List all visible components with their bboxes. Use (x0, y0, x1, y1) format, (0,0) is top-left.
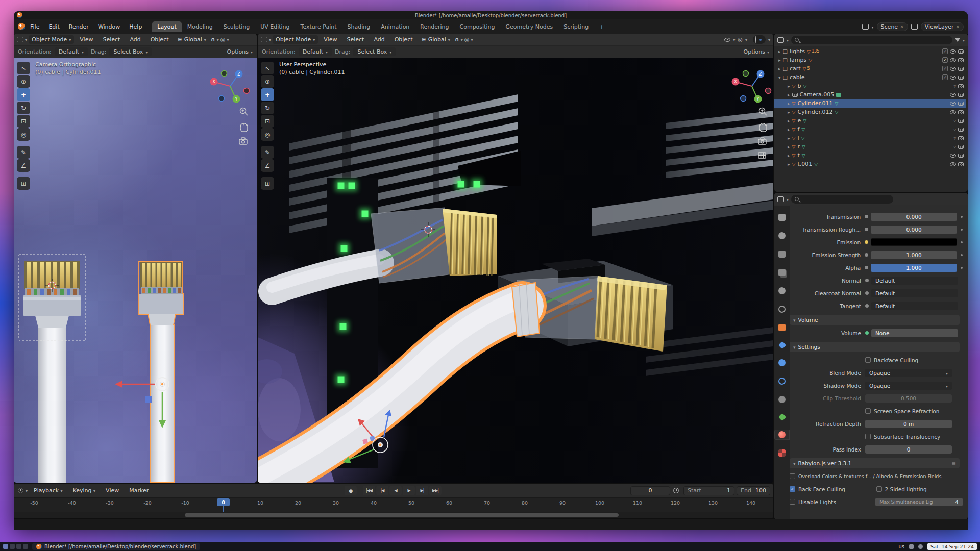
zoom-icon[interactable] (240, 108, 248, 116)
disclosure-icon[interactable] (778, 65, 781, 72)
hide-eye-icon[interactable] (950, 58, 956, 62)
cable-connector-selected[interactable] (139, 262, 184, 483)
disclosure-icon[interactable] (788, 83, 790, 89)
outliner-row-t-001[interactable]: t.001 (774, 160, 966, 168)
disable-render-icon[interactable] (958, 110, 964, 114)
jump-to-start-button[interactable]: |◀◀ (363, 486, 375, 495)
timeline-scrollbar[interactable] (14, 512, 773, 518)
menu-file[interactable]: File (26, 22, 43, 32)
properties-editor[interactable]: Transmission 0.000 Transmission Rough...… (774, 193, 968, 519)
disclosure-icon[interactable] (788, 109, 790, 115)
pager-workspace-4[interactable] (23, 544, 28, 549)
chevron-down-icon[interactable] (733, 36, 735, 43)
timeline-editor[interactable]: Playback Keying View Marker ● |◀◀ |◀ ◀ ▶… (14, 484, 773, 518)
hide-eye-icon[interactable] (950, 76, 956, 80)
outliner-row-t[interactable]: t (774, 151, 966, 160)
blender-menu-icon[interactable] (18, 23, 25, 30)
disclosure-icon[interactable] (788, 152, 790, 159)
tab-scene[interactable] (778, 287, 786, 294)
tab-render[interactable] (778, 232, 786, 239)
axis-y-label[interactable]: Y (235, 97, 238, 102)
chevron-down-icon[interactable] (745, 36, 747, 43)
collection-checkbox[interactable] (942, 48, 948, 54)
tab-texture[interactable] (778, 449, 786, 457)
tab-object-data[interactable] (778, 413, 786, 421)
tab-modeling[interactable]: Modeling (182, 21, 218, 32)
tab-world[interactable] (778, 306, 786, 313)
menu-select[interactable]: Select (99, 35, 124, 44)
tab-output[interactable] (778, 251, 786, 258)
disclosure-icon[interactable] (778, 74, 781, 81)
hide-eye-icon[interactable] (953, 143, 956, 150)
taskbar-app-blender[interactable]: Blender* [/home/amalie/Desktop/blender/s… (32, 543, 200, 550)
hide-eye-icon[interactable] (950, 110, 956, 114)
proportional-editing-icon[interactable] (464, 36, 470, 43)
orientation-dropdown[interactable]: Default (299, 47, 332, 56)
disable-render-icon[interactable] (958, 154, 964, 158)
max-simultaneous-lights-field[interactable]: Max Simultaneous Lig4 (875, 498, 963, 506)
tool-scale[interactable]: ⊡ (17, 115, 30, 128)
navigation-gizmo[interactable]: X Z Y (210, 70, 250, 103)
frame-ruler[interactable]: -50 -40 -30 -20 -10 10 20 30 40 50 60 70… (14, 497, 773, 512)
tab-animation[interactable]: Animation (376, 21, 414, 32)
tab-sculpting[interactable]: Sculpting (218, 21, 255, 32)
hide-eye-icon[interactable] (950, 162, 956, 166)
pager-workspace-1[interactable] (3, 544, 8, 549)
refraction-depth-field[interactable]: 0 m (865, 420, 952, 428)
disable-render-icon[interactable] (958, 119, 964, 123)
sss-checkbox[interactable] (865, 434, 871, 439)
overload-checkbox[interactable] (790, 473, 795, 479)
tangent-dropdown[interactable]: Default (871, 302, 958, 310)
menu-add[interactable]: Add (370, 35, 388, 44)
outliner-row-camera-005[interactable]: Camera.005 (774, 90, 966, 99)
frame-start-field[interactable]: Start1 (683, 486, 734, 495)
hide-eye-icon[interactable] (953, 126, 956, 133)
server-rack-scene[interactable]: X Z Y (258, 58, 773, 483)
outliner-editor[interactable]: lights 135 lamps cart 5 (774, 34, 968, 192)
disable-render-icon[interactable] (958, 145, 964, 149)
menu-keying[interactable]: Keying (69, 486, 100, 495)
disclosure-icon[interactable] (788, 161, 790, 167)
axis-x-label[interactable]: X (212, 80, 215, 84)
tab-scripting[interactable]: Scripting (558, 21, 594, 32)
backface-culling-checkbox[interactable] (865, 357, 871, 363)
disable-render-icon[interactable] (958, 128, 964, 132)
timeline-editor-icon[interactable] (18, 488, 23, 493)
tool-add-cube[interactable]: ⊞ (261, 177, 274, 190)
camera-view-icon[interactable] (239, 138, 247, 144)
alpha-slider[interactable]: 1.000 (871, 264, 957, 272)
disclosure-icon[interactable] (788, 143, 790, 150)
drag-dropdown[interactable]: Select Box (353, 47, 396, 56)
tool-tweak-select[interactable]: ↖ (261, 62, 274, 74)
current-frame-field[interactable]: 0 (630, 486, 670, 495)
snap-magnet-icon[interactable] (455, 36, 459, 43)
tool-cursor[interactable]: ⊕ (261, 75, 274, 88)
title-bar[interactable]: Blender* [/home/amalie/Desktop/blender/s… (14, 11, 968, 19)
viewlayer-icon[interactable] (911, 24, 918, 30)
tool-tweak-select[interactable]: ↖ (17, 62, 30, 74)
disclosure-icon[interactable] (778, 57, 781, 63)
chevron-down-icon[interactable] (963, 37, 965, 43)
options-dropdown[interactable]: Options (744, 48, 769, 55)
scrollbar-thumb[interactable] (185, 513, 619, 517)
tool-move[interactable]: + (261, 88, 274, 101)
tab-view-layer[interactable] (778, 269, 786, 276)
editor-type-icon[interactable] (17, 37, 23, 42)
chevron-down-icon[interactable] (768, 36, 770, 43)
proportional-editing-icon[interactable] (220, 36, 226, 43)
normal-dropdown[interactable]: Default (871, 277, 958, 285)
menu-view[interactable]: View (102, 486, 123, 495)
tool-transform[interactable]: ◎ (17, 128, 30, 141)
disable-render-icon[interactable] (958, 102, 964, 106)
disable-render-icon[interactable] (958, 84, 964, 88)
clearcoat-normal-dropdown[interactable]: Default (871, 289, 958, 297)
viewport-canvas[interactable]: X Z Y (258, 58, 773, 483)
viewport-camera-ortho[interactable]: Object Mode View Select Add Object Globa… (14, 34, 257, 483)
tab-particles[interactable] (778, 359, 786, 366)
menu-view[interactable]: View (320, 35, 341, 44)
disable-lights-checkbox[interactable] (790, 499, 795, 505)
play-reverse-button[interactable]: ◀ (389, 486, 402, 495)
tab-geometry-nodes[interactable]: Geometry Nodes (500, 21, 558, 32)
value-slider[interactable]: 0.000 (871, 213, 957, 221)
tool-cursor[interactable]: ⊕ (17, 75, 30, 88)
